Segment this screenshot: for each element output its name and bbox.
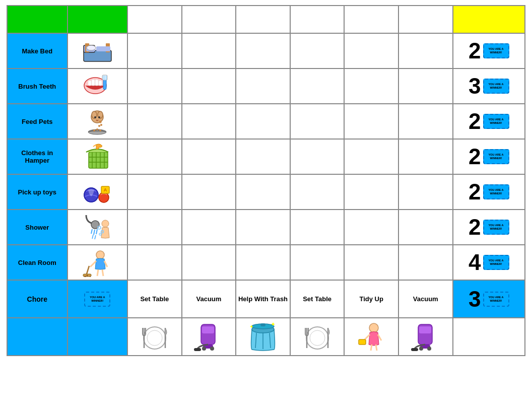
task-day-2-2[interactable] [236,104,290,139]
task-day-4-3[interactable] [290,174,345,210]
task-day-1-1[interactable] [182,68,236,104]
chore-row: Chore YOU ARE AWINNER! Set Table Vacuum … [7,280,525,318]
ticket-icon: YOU ARE AWINNER! [483,149,509,164]
task-day-6-5[interactable] [398,245,453,280]
bottom-cell-5 [290,318,345,356]
svg-rect-100 [411,348,418,351]
task-day-4-2[interactable] [236,174,290,210]
svg-line-60 [97,269,98,276]
task-reward-3: 2 YOU ARE AWINNER! [453,139,525,174]
svg-text:✦: ✦ [271,321,276,328]
bottom-cell-7 [398,318,453,356]
svg-line-46 [92,235,93,239]
task-row-2: Feed Pets 2 YOU ARE AWINN [7,104,525,139]
task-day-6-3[interactable] [290,245,345,280]
svg-point-74 [210,347,214,351]
svg-point-6 [87,45,96,50]
task-day-2-4[interactable] [344,104,398,139]
svg-point-63 [147,330,162,346]
svg-line-95 [376,345,377,351]
header-friday [344,6,398,33]
ticket-icon: YOU ARE AWINNER! [483,184,509,199]
svg-point-101 [419,347,423,351]
svg-rect-70 [202,326,214,333]
task-reward-5: 2 YOU ARE AWINNER! [453,210,525,245]
svg-rect-98 [419,326,431,333]
bottom-cell-0 [7,318,68,356]
svg-point-58 [90,276,91,277]
chore-label: Chore [7,280,68,318]
svg-point-57 [86,275,88,277]
task-day-0-2[interactable] [236,33,290,68]
task-day-5-3[interactable] [290,210,345,245]
task-row-5: Shower 2 YOU ARE AWINNER! [7,210,525,245]
task-day-2-5[interactable] [398,104,453,139]
task-day-3-4[interactable] [344,139,398,174]
task-reward-2: 2 YOU ARE AWINNER! [453,104,525,139]
task-label-6: Clean Room [7,245,68,280]
task-day-6-4[interactable] [344,245,398,280]
bottom-icon-row: ✦ ✦ [7,318,525,356]
task-day-3-1[interactable] [182,139,236,174]
ticket-icon: YOU ARE AWINNER! [483,43,509,58]
task-day-4-4[interactable] [344,174,398,210]
svg-text:A: A [104,187,107,192]
task-day-0-3[interactable] [290,33,345,68]
header-thursday [290,6,345,33]
svg-point-21 [98,116,100,118]
task-day-2-3[interactable] [290,104,345,139]
task-day-3-2[interactable] [236,139,290,174]
chore-task-2: Help With Trash [236,280,290,318]
svg-point-91 [369,323,378,332]
chore-reward: 3 YOU ARE AWINNER! [453,280,525,318]
task-icon-4: A [68,174,128,210]
svg-point-26 [99,121,101,123]
svg-text:✦: ✦ [249,324,253,329]
svg-point-24 [96,128,98,130]
task-day-2-0[interactable] [127,104,182,139]
ticket-icon: YOU ARE AWINNER! [483,220,509,235]
svg-point-23 [93,129,95,131]
task-day-6-1[interactable] [182,245,236,280]
task-day-3-3[interactable] [290,139,345,174]
task-reward-6: 4 YOU ARE AWINNER! [453,245,525,280]
task-day-5-0[interactable] [127,210,182,245]
task-day-1-0[interactable] [127,68,182,104]
task-day-0-5[interactable] [398,33,453,68]
task-label-3: Clothes in Hamper [7,139,68,174]
task-icon-1 [68,68,128,104]
task-day-0-4[interactable] [344,33,398,68]
svg-point-20 [94,116,96,118]
task-reward-1: 3 YOU ARE AWINNER! [453,68,525,104]
svg-line-44 [94,230,95,235]
task-day-6-0[interactable] [127,245,182,280]
task-day-4-5[interactable] [398,174,453,210]
header-monday [127,6,182,33]
svg-line-61 [102,269,103,276]
ticket-icon: YOU ARE AWINNER! [483,114,509,129]
bottom-cell-6 [344,318,398,356]
task-day-5-2[interactable] [236,210,290,245]
task-day-1-5[interactable] [398,68,453,104]
task-day-5-1[interactable] [182,210,236,245]
task-day-4-0[interactable] [127,174,182,210]
task-day-0-0[interactable] [127,33,182,68]
task-day-2-1[interactable] [182,104,236,139]
task-day-0-1[interactable] [182,33,236,68]
task-day-3-0[interactable] [127,139,182,174]
task-day-4-1[interactable] [182,174,236,210]
task-day-1-3[interactable] [290,68,345,104]
task-day-1-2[interactable] [236,68,290,104]
svg-rect-11 [99,81,102,86]
task-day-5-4[interactable] [344,210,398,245]
svg-point-48 [102,220,109,227]
task-day-5-5[interactable] [398,210,453,245]
header-saturday [398,6,453,33]
chore-task-5: Vacuum [398,280,453,318]
task-day-1-4[interactable] [344,68,398,104]
task-day-3-5[interactable] [398,139,453,174]
task-row-6: Clean Room 4 YOU ARE AWINNER! [7,245,525,280]
task-day-6-2[interactable] [236,245,290,280]
header-wednesday [236,6,290,33]
task-label-2: Feed Pets [7,104,68,139]
